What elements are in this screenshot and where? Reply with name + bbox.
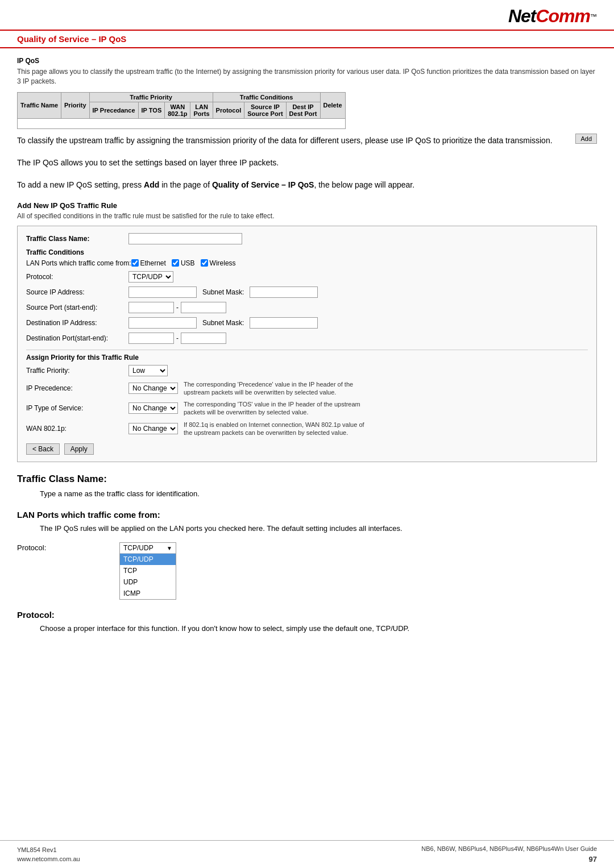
doc-protocol-heading: Protocol: bbox=[17, 610, 597, 620]
doc-traffic-class-desc: Type a name as the traffic class for ide… bbox=[40, 488, 597, 500]
add-button[interactable]: Add bbox=[575, 134, 597, 144]
ip-precedence-help: The corresponding 'Precedence' value in … bbox=[184, 380, 366, 397]
footer-website: www.netcomm.com.au bbox=[17, 854, 80, 864]
dropdown-option-udp[interactable]: UDP bbox=[120, 576, 176, 588]
protocol-dropdown[interactable]: TCP/UDP ▼ TCP/UDP TCP UDP ICMP bbox=[119, 542, 176, 600]
ip-tos-select[interactable]: No Change bbox=[128, 402, 178, 414]
footer-product: NB6, NB6W, NB6Plus4, NB6Plus4W, NB6Plus4… bbox=[421, 844, 597, 854]
protocol-dropdown-container: TCP/UDP ▼ TCP/UDP TCP UDP ICMP bbox=[119, 542, 176, 600]
body-para-2: The IP QoS allows you to set the setting… bbox=[17, 157, 597, 169]
source-port-end[interactable] bbox=[181, 302, 226, 313]
form-subtitle: All of specified conditions in the traff… bbox=[17, 212, 597, 220]
lan-ports-checkboxes: Ethernet USB Wireless bbox=[131, 259, 236, 267]
footer-doc-ref: YML854 Rev1 bbox=[17, 845, 80, 855]
dash-2: - bbox=[176, 334, 179, 342]
source-port-label: Source Port (start-end): bbox=[26, 304, 128, 312]
source-ip-input[interactable] bbox=[128, 286, 197, 298]
traffic-priority-row: Traffic Priority: Low Medium High bbox=[26, 365, 588, 376]
col-ip-precedance: IP Precedance bbox=[89, 102, 138, 118]
apply-button[interactable]: Apply bbox=[64, 443, 94, 455]
ip-precedence-label: IP Precedence: bbox=[26, 384, 128, 392]
wireless-checkbox[interactable] bbox=[201, 259, 208, 267]
col-wan: WAN802.1p bbox=[165, 102, 190, 118]
form-title: Add New IP QoS Traffic Rule bbox=[17, 201, 597, 210]
form-buttons: < Back Apply bbox=[26, 443, 588, 455]
protocol-select[interactable]: TCP/UDP TCP UDP ICMP bbox=[128, 271, 173, 283]
wan-label: WAN 802.1p: bbox=[26, 425, 128, 433]
dropdown-header[interactable]: TCP/UDP ▼ bbox=[120, 543, 176, 554]
dest-port-end[interactable] bbox=[181, 333, 226, 344]
para3-bold: Quality of Service – IP QoS bbox=[212, 180, 314, 189]
page-footer: YML854 Rev1 www.netcomm.com.au NB6, NB6W… bbox=[0, 840, 614, 868]
dest-ip-input[interactable] bbox=[128, 317, 197, 329]
header-traffic-priority: Traffic Priority bbox=[89, 92, 213, 102]
para3-suffix: , the below page will appear. bbox=[314, 180, 414, 189]
ip-precedence-select[interactable]: No Change bbox=[128, 383, 178, 394]
col-lan: LANPorts bbox=[190, 102, 213, 118]
logo: NetComm ™ bbox=[508, 6, 597, 27]
lan-ports-label: LAN Ports which traffic come from: bbox=[26, 259, 131, 267]
back-button[interactable]: < Back bbox=[26, 443, 60, 455]
dash-1: - bbox=[176, 304, 179, 312]
source-subnet-input[interactable] bbox=[250, 286, 318, 298]
dest-ip-label: Destination IP Address: bbox=[26, 319, 128, 327]
section-label: IP QoS bbox=[17, 57, 597, 65]
traffic-priority-label: Traffic Priority: bbox=[26, 367, 128, 375]
dest-ip-row: Destination IP Address: Subnet Mask: bbox=[26, 317, 588, 329]
main-content: IP QoS This page allows you to classify … bbox=[0, 48, 614, 683]
ip-tos-row: IP Type of Service: No Change The corres… bbox=[26, 400, 588, 417]
title-bar: Quality of Service – IP QoS bbox=[0, 31, 614, 48]
source-port-start[interactable] bbox=[128, 302, 174, 313]
dropdown-option-tcpudp[interactable]: TCP/UDP bbox=[120, 554, 176, 565]
traffic-conditions-label: Traffic Conditions bbox=[26, 248, 588, 256]
usb-checkbox-label[interactable]: USB bbox=[172, 259, 195, 267]
col-priority: Priority bbox=[61, 92, 90, 118]
source-ip-row: Source IP Address: Subnet Mask: bbox=[26, 286, 588, 298]
doc-lan-ports-desc: The IP QoS rules will be applied on the … bbox=[40, 523, 597, 534]
ethernet-label: Ethernet bbox=[140, 259, 166, 267]
chevron-down-icon: ▼ bbox=[167, 545, 172, 551]
col-protocol: Protocol bbox=[213, 102, 244, 118]
wan-select[interactable]: No Change bbox=[128, 423, 178, 434]
dest-port-start[interactable] bbox=[128, 333, 174, 344]
dest-port-label: Destination Port(start-end): bbox=[26, 334, 128, 342]
traffic-class-row: Traffic Class Name: bbox=[26, 233, 588, 244]
traffic-class-input[interactable] bbox=[128, 233, 242, 244]
source-ip-label: Source IP Address: bbox=[26, 288, 128, 296]
protocol-label: Protocol: bbox=[26, 273, 128, 281]
ip-tos-label: IP Type of Service: bbox=[26, 404, 128, 412]
assign-title: Assign Priority for this Traffic Rule bbox=[26, 350, 588, 362]
lan-ports-row: LAN Ports which traffic come from: Ether… bbox=[26, 259, 588, 267]
dest-subnet-input[interactable] bbox=[250, 317, 318, 329]
traffic-priority-select[interactable]: Low Medium High bbox=[128, 365, 168, 376]
doc-traffic-class-heading: Traffic Class Name: bbox=[17, 474, 597, 485]
footer-left: YML854 Rev1 www.netcomm.com.au bbox=[17, 845, 80, 864]
dropdown-option-tcp[interactable]: TCP bbox=[120, 565, 176, 576]
para3-add: Add bbox=[144, 180, 159, 189]
usb-label: USB bbox=[181, 259, 195, 267]
logo-comm: Comm bbox=[536, 6, 590, 26]
usb-checkbox[interactable] bbox=[172, 259, 179, 267]
doc-protocol-desc: Choose a proper interface for this funct… bbox=[40, 623, 597, 634]
ip-precedence-row: IP Precedence: No Change The correspondi… bbox=[26, 380, 588, 397]
doc-lan-ports-heading: LAN Ports which traffic come from: bbox=[17, 510, 597, 520]
dest-port-row: Destination Port(start-end): - bbox=[26, 333, 588, 344]
wireless-checkbox-label[interactable]: Wireless bbox=[201, 259, 236, 267]
wireless-label: Wireless bbox=[210, 259, 236, 267]
ethernet-checkbox-label[interactable]: Ethernet bbox=[131, 259, 166, 267]
wan-row: WAN 802.1p: No Change If 802.1q is enabl… bbox=[26, 421, 588, 437]
page-title: Quality of Service – IP QoS bbox=[17, 34, 597, 44]
ip-tos-help: The corresponding 'TOS' value in the IP … bbox=[184, 400, 366, 417]
col-ip-tos: IP TOS bbox=[138, 102, 165, 118]
wan-help: If 802.1q is enabled on Internet connect… bbox=[184, 421, 366, 437]
body-para-3: To add a new IP QoS setting, press Add i… bbox=[17, 179, 597, 191]
traffic-class-label: Traffic Class Name: bbox=[26, 235, 128, 243]
logo-text: NetComm bbox=[508, 6, 590, 27]
footer-page-number: 97 bbox=[421, 854, 597, 865]
dropdown-option-icmp[interactable]: ICMP bbox=[120, 588, 176, 599]
subnet-mask-label-1: Subnet Mask: bbox=[202, 288, 244, 296]
footer-right: NB6, NB6W, NB6Plus4, NB6Plus4W, NB6Plus4… bbox=[421, 844, 597, 865]
qos-table: Traffic Name Priority Traffic Priority T… bbox=[17, 92, 346, 129]
para3-mid: in the page of bbox=[159, 180, 212, 189]
ethernet-checkbox[interactable] bbox=[131, 259, 139, 267]
